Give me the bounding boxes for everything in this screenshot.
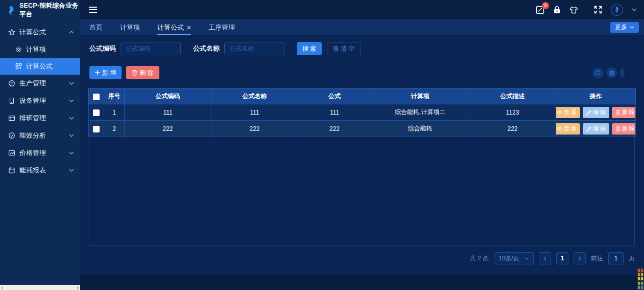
batch-delete-button[interactable]: 删 除 xyxy=(126,66,159,79)
more-label: 更多 xyxy=(615,23,627,32)
lock-icon[interactable] xyxy=(553,6,561,14)
more-button[interactable]: 更多 xyxy=(610,22,639,33)
row-checkbox[interactable] xyxy=(93,109,100,116)
sidebar-horizontal-scrollbar[interactable] xyxy=(0,285,80,290)
formula-name-input[interactable] xyxy=(224,42,284,55)
palette-color-cell[interactable] xyxy=(641,282,643,285)
clear-label: 清 空 xyxy=(341,44,354,53)
chevron-right-icon xyxy=(578,256,581,261)
header-code: 公式编码 xyxy=(125,89,211,104)
chevron-down-icon xyxy=(69,134,74,137)
formula-table: 序号 公式编码 公式名称 公式 计算项 公式描述 操作 1 111 111 xyxy=(88,88,636,137)
hamburger-menu-icon[interactable] xyxy=(88,6,98,13)
palette-color-cell[interactable] xyxy=(641,277,643,280)
cell-desc: 222 xyxy=(469,121,556,137)
user-menu-chevron-icon[interactable] xyxy=(632,8,637,11)
tab-label: 工序管理 xyxy=(208,23,235,32)
sidebar-group-shift[interactable]: 排班管理 xyxy=(0,109,80,127)
next-page-button[interactable] xyxy=(574,252,586,264)
edit-button[interactable]: 编 辑 xyxy=(583,123,609,135)
device-icon xyxy=(8,97,15,104)
tab-calc-item[interactable]: 计算项 xyxy=(120,19,140,35)
palette-color-cell[interactable] xyxy=(638,286,640,289)
header-calc-item: 计算项 xyxy=(371,89,469,104)
header-formula: 公式 xyxy=(298,89,371,104)
page-size-select[interactable]: 10条/页 xyxy=(494,252,534,264)
select-all-checkbox[interactable] xyxy=(93,94,100,100)
tab-process-mgmt[interactable]: 工序管理 xyxy=(208,19,235,35)
sidebar-group-report[interactable]: 能耗报表 xyxy=(0,162,80,179)
sidebar-item-calc-item[interactable]: 计算项 xyxy=(0,41,80,58)
cell-formula: 222 xyxy=(298,121,371,137)
palette-color-cell[interactable] xyxy=(638,282,640,285)
page-number-1[interactable]: 1 xyxy=(556,252,568,264)
sidebar-group-efficiency[interactable]: 能效分析 xyxy=(0,127,80,144)
sidebar-menu: 计算公式 计算项 计算公式 生产管理 设备管理 排班管理 能效分析 xyxy=(0,20,80,179)
chevron-down-icon xyxy=(524,257,529,260)
table-tool-icons xyxy=(592,68,625,78)
palette-color-cell[interactable] xyxy=(638,273,640,276)
app-logo-icon xyxy=(7,5,16,15)
palette-color-cell[interactable] xyxy=(638,269,640,272)
sidebar-group-calc-formula[interactable]: 计算公式 xyxy=(0,24,80,41)
goto-page-input[interactable] xyxy=(608,252,624,264)
sidebar-group-device[interactable]: 设备管理 xyxy=(0,92,80,109)
view-button[interactable]: 查 看 xyxy=(556,107,580,118)
delete-button[interactable]: 删 除 xyxy=(612,123,635,135)
clear-button[interactable]: 清 空 xyxy=(327,42,361,55)
formula-table-container: 序号 公式编码 公式名称 公式 计算项 公式描述 操作 1 111 111 xyxy=(88,88,635,246)
eye-icon xyxy=(557,110,562,115)
palette-color-cell[interactable] xyxy=(641,269,643,272)
tab-bar: 首页 计算项 计算公式 工序管理 更多 xyxy=(80,19,644,35)
search-button[interactable]: 搜 索 xyxy=(297,42,322,55)
trash-icon xyxy=(132,70,137,76)
chevron-down-icon xyxy=(69,117,74,120)
add-label: 新 增 xyxy=(102,69,116,77)
refresh-icon[interactable] xyxy=(592,68,603,78)
tab-label: 计算公式 xyxy=(157,23,184,32)
sidebar: SECP-能耗综合业务平台 计算公式 计算项 计算公式 生产管理 设备管理 排班 xyxy=(0,0,80,285)
delete-button[interactable]: 删 除 xyxy=(612,107,635,118)
row-checkbox[interactable] xyxy=(93,126,100,132)
table-header-row: 序号 公式编码 公式名称 公式 计算项 公式描述 操作 xyxy=(89,89,636,104)
column-settings-icon[interactable] xyxy=(606,68,617,78)
cell-code: 222 xyxy=(125,121,211,137)
palette-color-cell[interactable] xyxy=(641,286,643,289)
theme-palette[interactable] xyxy=(637,267,644,290)
cell-name: 222 xyxy=(211,121,298,137)
sidebar-group-label: 能耗报表 xyxy=(19,166,46,175)
view-button[interactable]: 查 看 xyxy=(556,123,580,135)
add-button[interactable]: 新 增 xyxy=(89,66,122,79)
trash-icon xyxy=(615,126,621,131)
cell-name: 111 xyxy=(211,104,298,121)
user-avatar[interactable] xyxy=(611,4,623,16)
palette-color-cell[interactable] xyxy=(641,273,643,276)
formula-code-input[interactable] xyxy=(121,42,181,55)
sidebar-group-price[interactable]: 价格管理 xyxy=(0,144,80,162)
pencil-icon xyxy=(586,110,591,115)
sidebar-group-production[interactable]: 生产管理 xyxy=(0,75,80,92)
fullscreen-icon[interactable] xyxy=(594,6,602,14)
formula-name-label: 公式名称 xyxy=(193,44,220,53)
notes-icon[interactable]: 2 xyxy=(536,6,544,14)
close-icon[interactable] xyxy=(187,26,191,30)
cell-code: 111 xyxy=(125,104,211,121)
sidebar-item-calc-formula[interactable]: 计算公式 xyxy=(0,58,80,75)
partial-icon[interactable] xyxy=(620,68,625,78)
palette-color-cell[interactable] xyxy=(638,277,640,280)
formula-code-label: 公式编码 xyxy=(89,44,116,53)
view-label: 查 看 xyxy=(564,125,577,132)
edit-label: 编 辑 xyxy=(593,125,606,132)
tab-home[interactable]: 首页 xyxy=(89,19,103,35)
tab-label: 计算项 xyxy=(120,23,140,32)
prev-page-button[interactable] xyxy=(539,252,551,264)
edit-button[interactable]: 编 辑 xyxy=(583,107,609,118)
chevron-down-icon xyxy=(69,169,74,172)
sidebar-group-label: 设备管理 xyxy=(19,96,46,105)
tab-label: 首页 xyxy=(89,23,103,32)
tab-calc-formula[interactable]: 计算公式 xyxy=(157,19,191,35)
theme-shirt-icon[interactable] xyxy=(569,6,578,14)
chevron-left-icon xyxy=(543,256,546,261)
delete-label: 删 除 xyxy=(139,69,153,77)
view-label: 查 看 xyxy=(564,108,577,116)
